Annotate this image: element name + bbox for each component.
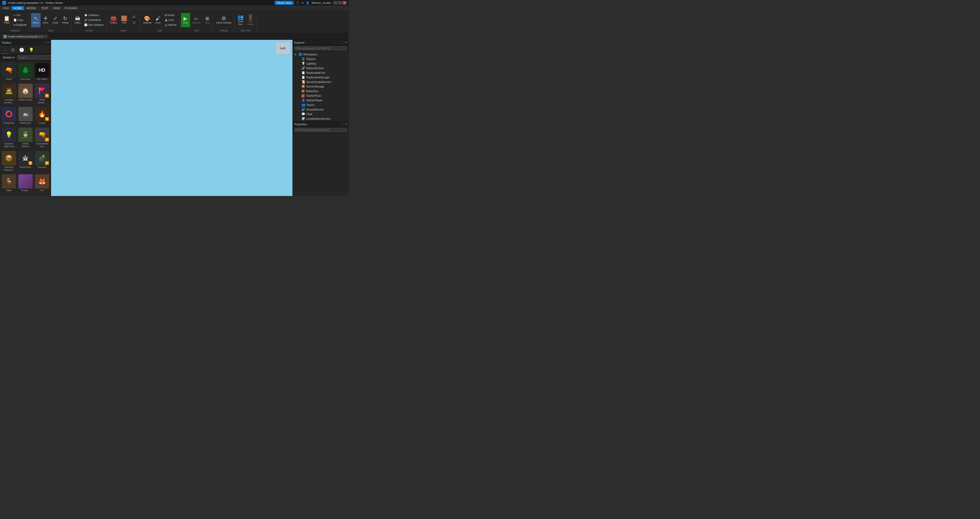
select-button[interactable]: ↖ Select xyxy=(31,13,41,27)
help-icon[interactable]: ❓ xyxy=(296,1,299,5)
rotate-button[interactable]: ↻ Rotate xyxy=(60,13,70,27)
starter-player-label: StarterPlayer xyxy=(306,99,323,102)
explorer-filter-input[interactable] xyxy=(294,46,347,51)
toolbox-item-road-pack[interactable]: 🛣 ★ Road Pack xyxy=(18,150,33,172)
paste-button[interactable]: 📋 Paste xyxy=(2,13,11,27)
toolbox-item-hd-admin[interactable]: HD HD Admin xyxy=(34,62,50,82)
editor-tab-main[interactable]: model making baseplate 2.0 ✕ xyxy=(1,34,48,39)
toolbox-dock-icon[interactable]: ⬚ xyxy=(43,41,46,44)
menu-model[interactable]: MODEL xyxy=(24,6,38,10)
toolbox-item-submachine-gun[interactable]: 🔫 ★ Submachine Gun xyxy=(34,127,50,149)
toolbox-item-soldier[interactable]: 👮 Soldier (Rthro) xyxy=(18,127,33,149)
editor-button[interactable]: 🏔 Editor xyxy=(73,13,82,27)
tree-item-starter-pack[interactable]: 🎒 StarterPack xyxy=(293,93,348,98)
minimize-button[interactable]: — xyxy=(333,1,337,5)
toolbox-close-icon[interactable]: ✕ xyxy=(47,41,49,44)
constraints-button[interactable]: 🔗 Constraints xyxy=(83,18,105,22)
menu-plugins[interactable]: PLUGINS xyxy=(63,6,79,10)
test-label: Test xyxy=(181,29,212,32)
toolbox-item-motorcycle[interactable]: 🏍 Motorcycle xyxy=(18,106,33,126)
lock-button[interactable]: 🔒 Lock xyxy=(163,18,178,22)
maximize-button[interactable]: □ xyxy=(338,1,342,5)
toolbox-item-drooling-zombie[interactable]: 🧟 Drooling Zombie... xyxy=(1,83,17,105)
properties-controls: ⬚ ✕ xyxy=(341,123,347,126)
toolbox-item-fox[interactable]: 🦊 Fox xyxy=(34,173,50,193)
toolbox-item-opening-treasure[interactable]: 📦 Opening Treasure... xyxy=(1,150,17,172)
settings-icon[interactable]: ⚙ xyxy=(301,1,304,5)
close-button[interactable]: ✕ xyxy=(342,1,347,5)
menu-home[interactable]: HOME xyxy=(11,6,24,10)
scale-button[interactable]: ⤢ Scale xyxy=(51,13,60,27)
tree-item-test-service[interactable]: ✅ TestService xyxy=(293,121,348,121)
toolbox-item-pistol[interactable]: 🔫 Pistol xyxy=(1,62,17,82)
move-button[interactable]: ✛ Move xyxy=(41,13,50,27)
menu-test[interactable]: TEST xyxy=(39,6,50,10)
resume-button[interactable]: ⏯ Resume xyxy=(191,13,202,27)
trampoline-thumb: ⭕ xyxy=(2,107,16,121)
toolbox-tab-light[interactable]: 💡 xyxy=(27,46,36,54)
tree-item-server-storage[interactable]: 📦 ServerStorage xyxy=(293,84,348,89)
join-surfaces-button[interactable]: ⬜ Join Surfaces xyxy=(83,23,105,27)
compass: Left xyxy=(275,42,290,55)
toolbox-tab-grid[interactable]: ⊞ xyxy=(9,46,17,54)
play-button[interactable]: ▶ Play xyxy=(181,13,190,27)
toolbox-item-table[interactable]: 🪑 Table xyxy=(1,173,17,193)
group-button[interactable]: ⊞ Group xyxy=(163,13,178,18)
tree-item-network-client[interactable]: 🔗 NetworkClient xyxy=(293,66,348,70)
toolbox-item-light-pole[interactable]: 💡 Dynamic Light Pole xyxy=(1,127,17,149)
explorer-dock-icon[interactable]: ⬚ xyxy=(341,41,344,44)
game-settings-button[interactable]: ⚙ Game Settings xyxy=(215,13,233,27)
toolbox-item-firepit[interactable]: 🔥 ★ Firepit xyxy=(34,106,50,126)
stop-button[interactable]: ⏹ Stop xyxy=(203,13,212,27)
toolbox-item-urban-house[interactable]: 🏠 Urban House xyxy=(18,83,33,105)
viewport[interactable]: Welmer_mulder xyxy=(51,40,293,196)
properties-close-icon[interactable]: ✕ xyxy=(345,123,347,126)
explorer-close-icon[interactable]: ✕ xyxy=(345,41,347,44)
color-button[interactable]: 🖌 Color xyxy=(153,13,162,27)
account-icon[interactable]: 👤 xyxy=(306,1,310,5)
tree-item-lighting[interactable]: 💡 Lighting xyxy=(293,61,348,66)
tree-item-server-script-service[interactable]: 📜 ServerScriptService xyxy=(293,80,348,84)
terrain-buttons: 🏔 Editor 🔲 Collisions 🔗 Constraints ⬜ Jo… xyxy=(73,11,105,29)
tree-item-teams[interactable]: 👥 Teams xyxy=(293,103,348,107)
tree-item-localization[interactable]: 🌍 LocalizationService xyxy=(293,116,348,121)
cut-button[interactable]: ✂ Cut xyxy=(12,13,28,18)
tree-item-workspace[interactable]: ▶ 🌐 Workspace xyxy=(293,52,348,57)
collisions-button[interactable]: 🔲 Collisions xyxy=(83,13,105,18)
tree-item-starter-player[interactable]: 👤 StarterPlayer xyxy=(293,98,348,103)
part-button[interactable]: 🟫 Part xyxy=(119,13,129,27)
tree-item-chat[interactable]: 💬 Chat xyxy=(293,112,348,116)
toolbox-item-trampoline[interactable]: ⭕ Trampoline xyxy=(1,106,17,126)
toolbox-item-grenade[interactable]: 💣 ★ Grenade xyxy=(34,150,50,172)
titlebar-left: 🟦 model making baseplate 2.0 - Roblox St… xyxy=(2,1,63,5)
tree-item-starter-gui[interactable]: 🖼 StarterGui xyxy=(293,89,348,93)
players-icon: 👤 xyxy=(301,57,305,61)
properties-filter-input[interactable] xyxy=(294,128,347,132)
tree-item-replicated-first[interactable]: 📋 ReplicatedFirst xyxy=(293,70,348,75)
model-type-dropdown[interactable]: Models ▾ xyxy=(2,56,16,60)
toolbox-button[interactable]: 🧰 Toolbox xyxy=(108,13,119,27)
tree-item-replicated-storage[interactable]: 📋 ReplicatedStorage xyxy=(293,75,348,80)
toolbox-tab-recent[interactable]: 🕐 xyxy=(17,46,26,54)
toolbox-search-input[interactable] xyxy=(17,55,55,60)
team-test-button[interactable]: 👥 TeamTest xyxy=(236,13,245,27)
menu-file[interactable]: FILE xyxy=(1,6,11,10)
toolbox-item-purple[interactable]: Purple... xyxy=(18,173,33,193)
close-tab-button[interactable]: ✕ xyxy=(44,35,46,38)
toolbox-item-team-spawn[interactable]: 🚩 ★ Team Spawn... xyxy=(34,83,50,105)
edit-label: Edit xyxy=(142,29,178,32)
tree-item-players[interactable]: 👤 Players xyxy=(293,57,348,61)
exit-game-button[interactable]: 🚪 ExitGame xyxy=(246,13,255,27)
anchor-button[interactable]: ⚓ Anchor xyxy=(163,23,178,27)
tree-item-sound-service[interactable]: 🔊 SoundService xyxy=(293,107,348,112)
copy-button[interactable]: 📄 Copy xyxy=(12,18,28,22)
whats-new-button[interactable]: What's New xyxy=(275,1,293,5)
menu-view[interactable]: VIEW xyxy=(51,6,62,10)
ui-button[interactable]: 📱 UI xyxy=(129,13,139,27)
hd-admin-label: HD Admin xyxy=(37,78,47,81)
properties-dock-icon[interactable]: ⬚ xyxy=(341,123,344,126)
material-button[interactable]: 🎨 Material xyxy=(142,13,153,27)
toolbox-tab-models[interactable]: ☆ xyxy=(1,46,9,54)
toolbox-item-pine-tree[interactable]: 🌲 Pine Tree xyxy=(18,62,33,82)
duplicate-button[interactable]: ⧉ Duplicate xyxy=(12,23,28,27)
